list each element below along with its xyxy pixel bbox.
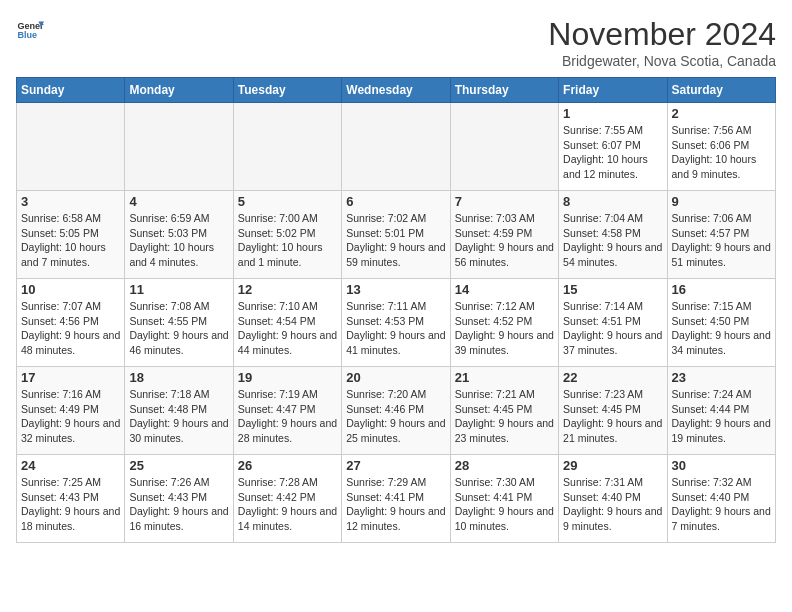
day-cell: 28Sunrise: 7:30 AM Sunset: 4:41 PM Dayli… bbox=[450, 455, 558, 543]
day-number: 17 bbox=[21, 370, 120, 385]
day-info: Sunrise: 7:03 AM Sunset: 4:59 PM Dayligh… bbox=[455, 211, 554, 270]
svg-text:Blue: Blue bbox=[17, 30, 37, 40]
day-cell: 10Sunrise: 7:07 AM Sunset: 4:56 PM Dayli… bbox=[17, 279, 125, 367]
day-info: Sunrise: 7:26 AM Sunset: 4:43 PM Dayligh… bbox=[129, 475, 228, 534]
day-number: 16 bbox=[672, 282, 771, 297]
day-number: 3 bbox=[21, 194, 120, 209]
day-cell: 3Sunrise: 6:58 AM Sunset: 5:05 PM Daylig… bbox=[17, 191, 125, 279]
day-number: 2 bbox=[672, 106, 771, 121]
day-info: Sunrise: 7:11 AM Sunset: 4:53 PM Dayligh… bbox=[346, 299, 445, 358]
day-number: 29 bbox=[563, 458, 662, 473]
day-info: Sunrise: 7:31 AM Sunset: 4:40 PM Dayligh… bbox=[563, 475, 662, 534]
day-cell: 16Sunrise: 7:15 AM Sunset: 4:50 PM Dayli… bbox=[667, 279, 775, 367]
day-info: Sunrise: 7:24 AM Sunset: 4:44 PM Dayligh… bbox=[672, 387, 771, 446]
day-cell: 18Sunrise: 7:18 AM Sunset: 4:48 PM Dayli… bbox=[125, 367, 233, 455]
day-number: 5 bbox=[238, 194, 337, 209]
day-info: Sunrise: 7:12 AM Sunset: 4:52 PM Dayligh… bbox=[455, 299, 554, 358]
day-cell bbox=[125, 103, 233, 191]
day-number: 14 bbox=[455, 282, 554, 297]
day-number: 26 bbox=[238, 458, 337, 473]
day-info: Sunrise: 6:59 AM Sunset: 5:03 PM Dayligh… bbox=[129, 211, 228, 270]
day-cell bbox=[342, 103, 450, 191]
day-number: 25 bbox=[129, 458, 228, 473]
day-info: Sunrise: 7:07 AM Sunset: 4:56 PM Dayligh… bbox=[21, 299, 120, 358]
day-number: 7 bbox=[455, 194, 554, 209]
day-number: 9 bbox=[672, 194, 771, 209]
day-cell: 26Sunrise: 7:28 AM Sunset: 4:42 PM Dayli… bbox=[233, 455, 341, 543]
day-info: Sunrise: 7:20 AM Sunset: 4:46 PM Dayligh… bbox=[346, 387, 445, 446]
day-cell: 29Sunrise: 7:31 AM Sunset: 4:40 PM Dayli… bbox=[559, 455, 667, 543]
day-info: Sunrise: 7:02 AM Sunset: 5:01 PM Dayligh… bbox=[346, 211, 445, 270]
day-number: 28 bbox=[455, 458, 554, 473]
day-cell: 5Sunrise: 7:00 AM Sunset: 5:02 PM Daylig… bbox=[233, 191, 341, 279]
day-cell: 13Sunrise: 7:11 AM Sunset: 4:53 PM Dayli… bbox=[342, 279, 450, 367]
day-cell bbox=[233, 103, 341, 191]
day-cell bbox=[17, 103, 125, 191]
day-number: 27 bbox=[346, 458, 445, 473]
day-cell: 25Sunrise: 7:26 AM Sunset: 4:43 PM Dayli… bbox=[125, 455, 233, 543]
day-number: 21 bbox=[455, 370, 554, 385]
day-info: Sunrise: 7:06 AM Sunset: 4:57 PM Dayligh… bbox=[672, 211, 771, 270]
day-info: Sunrise: 7:56 AM Sunset: 6:06 PM Dayligh… bbox=[672, 123, 771, 182]
weekday-header-tuesday: Tuesday bbox=[233, 78, 341, 103]
day-number: 30 bbox=[672, 458, 771, 473]
weekday-header-row: SundayMondayTuesdayWednesdayThursdayFrid… bbox=[17, 78, 776, 103]
day-cell: 9Sunrise: 7:06 AM Sunset: 4:57 PM Daylig… bbox=[667, 191, 775, 279]
day-number: 13 bbox=[346, 282, 445, 297]
day-number: 12 bbox=[238, 282, 337, 297]
day-info: Sunrise: 6:58 AM Sunset: 5:05 PM Dayligh… bbox=[21, 211, 120, 270]
day-cell: 27Sunrise: 7:29 AM Sunset: 4:41 PM Dayli… bbox=[342, 455, 450, 543]
week-row-3: 10Sunrise: 7:07 AM Sunset: 4:56 PM Dayli… bbox=[17, 279, 776, 367]
day-number: 4 bbox=[129, 194, 228, 209]
day-cell: 23Sunrise: 7:24 AM Sunset: 4:44 PM Dayli… bbox=[667, 367, 775, 455]
logo: General Blue bbox=[16, 16, 44, 44]
day-info: Sunrise: 7:16 AM Sunset: 4:49 PM Dayligh… bbox=[21, 387, 120, 446]
day-cell: 22Sunrise: 7:23 AM Sunset: 4:45 PM Dayli… bbox=[559, 367, 667, 455]
day-info: Sunrise: 7:21 AM Sunset: 4:45 PM Dayligh… bbox=[455, 387, 554, 446]
day-info: Sunrise: 7:18 AM Sunset: 4:48 PM Dayligh… bbox=[129, 387, 228, 446]
day-cell: 20Sunrise: 7:20 AM Sunset: 4:46 PM Dayli… bbox=[342, 367, 450, 455]
day-cell: 11Sunrise: 7:08 AM Sunset: 4:55 PM Dayli… bbox=[125, 279, 233, 367]
week-row-2: 3Sunrise: 6:58 AM Sunset: 5:05 PM Daylig… bbox=[17, 191, 776, 279]
day-info: Sunrise: 7:00 AM Sunset: 5:02 PM Dayligh… bbox=[238, 211, 337, 270]
weekday-header-monday: Monday bbox=[125, 78, 233, 103]
day-number: 10 bbox=[21, 282, 120, 297]
day-cell: 17Sunrise: 7:16 AM Sunset: 4:49 PM Dayli… bbox=[17, 367, 125, 455]
weekday-header-wednesday: Wednesday bbox=[342, 78, 450, 103]
day-cell: 21Sunrise: 7:21 AM Sunset: 4:45 PM Dayli… bbox=[450, 367, 558, 455]
day-cell: 1Sunrise: 7:55 AM Sunset: 6:07 PM Daylig… bbox=[559, 103, 667, 191]
week-row-5: 24Sunrise: 7:25 AM Sunset: 4:43 PM Dayli… bbox=[17, 455, 776, 543]
week-row-4: 17Sunrise: 7:16 AM Sunset: 4:49 PM Dayli… bbox=[17, 367, 776, 455]
day-cell: 19Sunrise: 7:19 AM Sunset: 4:47 PM Dayli… bbox=[233, 367, 341, 455]
page-header: General Blue November 2024 Bridgewater, … bbox=[16, 16, 776, 69]
day-info: Sunrise: 7:08 AM Sunset: 4:55 PM Dayligh… bbox=[129, 299, 228, 358]
day-number: 11 bbox=[129, 282, 228, 297]
day-number: 18 bbox=[129, 370, 228, 385]
day-info: Sunrise: 7:04 AM Sunset: 4:58 PM Dayligh… bbox=[563, 211, 662, 270]
day-cell: 30Sunrise: 7:32 AM Sunset: 4:40 PM Dayli… bbox=[667, 455, 775, 543]
day-info: Sunrise: 7:19 AM Sunset: 4:47 PM Dayligh… bbox=[238, 387, 337, 446]
day-cell: 2Sunrise: 7:56 AM Sunset: 6:06 PM Daylig… bbox=[667, 103, 775, 191]
day-number: 8 bbox=[563, 194, 662, 209]
day-cell bbox=[450, 103, 558, 191]
day-number: 24 bbox=[21, 458, 120, 473]
weekday-header-sunday: Sunday bbox=[17, 78, 125, 103]
day-info: Sunrise: 7:23 AM Sunset: 4:45 PM Dayligh… bbox=[563, 387, 662, 446]
day-info: Sunrise: 7:10 AM Sunset: 4:54 PM Dayligh… bbox=[238, 299, 337, 358]
day-number: 15 bbox=[563, 282, 662, 297]
day-cell: 14Sunrise: 7:12 AM Sunset: 4:52 PM Dayli… bbox=[450, 279, 558, 367]
day-cell: 6Sunrise: 7:02 AM Sunset: 5:01 PM Daylig… bbox=[342, 191, 450, 279]
day-number: 22 bbox=[563, 370, 662, 385]
location: Bridgewater, Nova Scotia, Canada bbox=[548, 53, 776, 69]
day-number: 6 bbox=[346, 194, 445, 209]
day-number: 20 bbox=[346, 370, 445, 385]
weekday-header-saturday: Saturday bbox=[667, 78, 775, 103]
day-number: 1 bbox=[563, 106, 662, 121]
day-info: Sunrise: 7:30 AM Sunset: 4:41 PM Dayligh… bbox=[455, 475, 554, 534]
title-block: November 2024 Bridgewater, Nova Scotia, … bbox=[548, 16, 776, 69]
weekday-header-friday: Friday bbox=[559, 78, 667, 103]
day-cell: 4Sunrise: 6:59 AM Sunset: 5:03 PM Daylig… bbox=[125, 191, 233, 279]
day-info: Sunrise: 7:14 AM Sunset: 4:51 PM Dayligh… bbox=[563, 299, 662, 358]
day-info: Sunrise: 7:55 AM Sunset: 6:07 PM Dayligh… bbox=[563, 123, 662, 182]
day-cell: 7Sunrise: 7:03 AM Sunset: 4:59 PM Daylig… bbox=[450, 191, 558, 279]
